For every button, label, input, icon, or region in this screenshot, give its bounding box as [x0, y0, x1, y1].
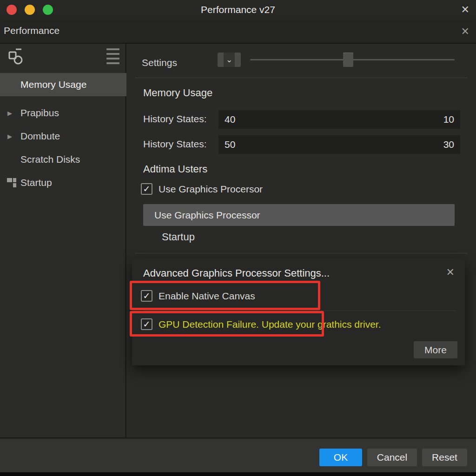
divider: [135, 78, 468, 78]
reset-button[interactable]: Reset: [422, 449, 467, 466]
history-states-field-1[interactable]: 40 10: [218, 110, 460, 129]
ok-button[interactable]: OK: [319, 449, 362, 466]
divider: [135, 253, 468, 253]
content-area: Memory Usage ▶ Prapibus ▶ Dombute Scratc…: [0, 44, 476, 438]
dialog-title: Advanced Graphics Processor Settings...: [143, 267, 330, 279]
footer: OK Cancel Reset: [0, 439, 476, 472]
field-right-value: 10: [443, 114, 454, 125]
bottom-strip: [0, 472, 476, 476]
cancel-button[interactable]: Cancel: [367, 449, 417, 466]
settings-slider[interactable]: [250, 53, 455, 67]
sidebar-item-dombute[interactable]: ▶ Dombute: [0, 125, 126, 148]
memory-usage-heading: Memory Usage: [143, 87, 212, 99]
triangle-right-icon: ▶: [7, 110, 12, 117]
history-states-field-2[interactable]: 50 30: [218, 135, 460, 154]
history-states-label-1: History States:: [143, 113, 207, 125]
field-value: 40: [225, 114, 235, 125]
performance-window: Performance v27 ✕ Performance ✕ Memory U…: [0, 0, 476, 476]
dialog-close-icon[interactable]: ✕: [446, 266, 455, 278]
triangle-right-icon: ▶: [7, 133, 12, 140]
settings-dropdown[interactable]: ⌄: [218, 53, 241, 67]
chevron-down-icon: ⌄: [226, 55, 232, 65]
more-button[interactable]: More: [414, 341, 457, 358]
history-states-label-2: History States:: [143, 139, 207, 150]
annotation-box-gpu-detection: [130, 311, 324, 337]
sidebar-item-scratch-disks[interactable]: Scratch Disks: [0, 148, 126, 171]
sidebar-item-memory-usage[interactable]: Memory Usage: [0, 73, 126, 96]
use-graphics-procersor-row: ✓ Use Graphics Procersor: [141, 183, 263, 195]
sidebar-item-prapibus[interactable]: ▶ Prapibus: [0, 101, 126, 125]
settings-label: Settings: [142, 57, 177, 68]
close-icon[interactable]: ✕: [461, 4, 469, 16]
page-title: Performance: [4, 25, 60, 36]
startup-grid-icon: [7, 178, 16, 187]
checkmark-icon: ✓: [143, 185, 151, 193]
panel-close-icon[interactable]: ✕: [461, 26, 469, 38]
titlebar: Performance v27 ✕: [0, 0, 476, 20]
menu-icon[interactable]: [106, 48, 119, 67]
annotation-box-enable-native-canvas: [130, 281, 320, 310]
use-graphics-processor-button[interactable]: Use Graphics Processor: [143, 204, 455, 226]
window-title: Performance v27: [0, 4, 476, 15]
field-right-value: 30: [443, 139, 454, 150]
use-graphics-procersor-label: Use Graphics Procersor: [159, 184, 263, 195]
sidebar-item-startup[interactable]: Startup: [0, 171, 126, 194]
startup-label: Startup: [162, 231, 195, 243]
settings-panel: Settings ⌄ Memory Usage History States: …: [128, 44, 476, 437]
field-value: 50: [225, 139, 235, 150]
shapes-icon[interactable]: [7, 46, 25, 70]
use-graphics-procersor-checkbox[interactable]: ✓: [141, 183, 152, 195]
sidebar: Memory Usage ▶ Prapibus ▶ Dombute Scratc…: [0, 44, 126, 437]
panel-header: Performance ✕: [0, 20, 476, 44]
adtima-usters-heading: Adtima Usters: [143, 163, 207, 175]
slider-handle[interactable]: [343, 53, 353, 67]
